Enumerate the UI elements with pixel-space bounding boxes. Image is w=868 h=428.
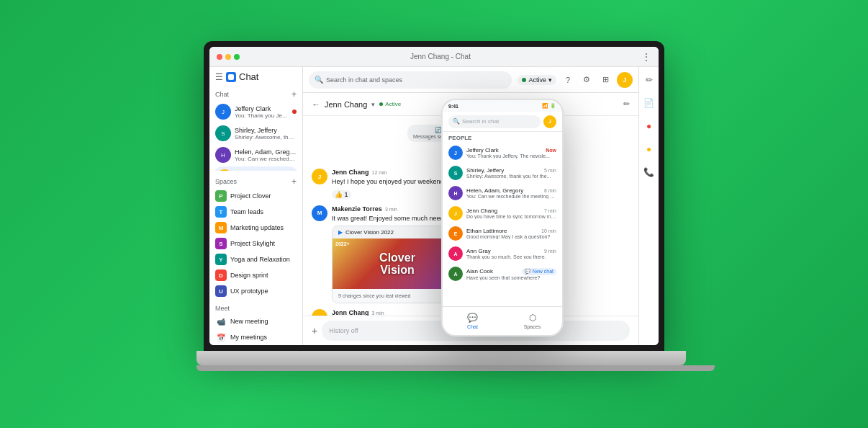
phone-nav-spaces[interactable]: ⬡ Spaces	[502, 313, 562, 329]
chat-list: J Jeffery Clark You: Thank you Jeffery. …	[209, 101, 302, 171]
space-name-design-sprint: Design sprint	[230, 272, 268, 279]
phone-user-avatar[interactable]: J	[543, 115, 556, 128]
settings-button[interactable]: ⚙	[579, 73, 594, 87]
phone-nav-chat[interactable]: 💬 Chat	[443, 313, 502, 329]
phone-chat-ethan[interactable]: E Ethan Lattimore 10 min Good morning! M…	[443, 223, 562, 244]
phone-chat-helen-time: 8 min	[544, 188, 556, 193]
phone-bottom-nav: 💬 Chat ⬡ Spaces	[443, 306, 562, 335]
msg-sender-makenzie: Makenzie Torres	[332, 205, 382, 213]
meet-my-meetings[interactable]: 📅 My meetings	[209, 329, 302, 345]
msg-time-jenn-2: 3 min	[372, 311, 384, 316]
avatar-jenn: J	[217, 169, 232, 171]
user-avatar-top[interactable]: J	[617, 72, 633, 88]
meet-panel-button[interactable]: ●	[642, 119, 656, 133]
phone-chat-nav-label: Chat	[467, 324, 478, 329]
phone-chat-ann-row: Ann Gray 9 min	[466, 248, 556, 254]
phone-chat-shirley-preview: Shirley: Awesome, thank you for the...	[466, 174, 556, 179]
conv-active-dot	[379, 102, 383, 106]
apps-button[interactable]: ⊞	[598, 73, 612, 87]
phone-chat-nav-icon: 💬	[467, 313, 478, 323]
phone-chat-alan-content: Alan Cook 💬 New chat Have you seen that …	[466, 268, 556, 280]
phone-time: 9:41	[448, 104, 458, 109]
spaces-add-button[interactable]: +	[291, 177, 297, 187]
msg-avatar-jenn-2: J	[312, 309, 327, 316]
phone-chat-helen-row: Helen, Adam, Gregory 8 min	[466, 187, 556, 194]
traffic-light-maximize[interactable]	[234, 54, 240, 60]
back-button[interactable]: ←	[312, 99, 320, 110]
phone-search-box[interactable]: 🔍 Search in chat	[448, 115, 541, 128]
chat-item-jenn[interactable]: J Jenn Chang Do you have time to sync to…	[212, 166, 299, 171]
phone-chat-alan[interactable]: A Alan Cook 💬 New chat Have you seen tha…	[443, 264, 562, 284]
phone-chat-shirley-time: 5 min	[544, 168, 556, 173]
new-meeting-label: New meeting	[230, 318, 268, 325]
chat-item-helen-name: Helen, Adam, Gregory	[235, 148, 297, 156]
chat-item-shirley[interactable]: S Shirley, Jeffery Shirley: Awesome, tha…	[209, 122, 302, 144]
space-icon-team-leads: T	[215, 206, 227, 218]
space-design-sprint[interactable]: D Design sprint	[209, 267, 302, 283]
help-button[interactable]: ?	[561, 73, 575, 87]
chat-item-helen[interactable]: H Helen, Adam, Gregory You: Can we resch…	[209, 144, 302, 166]
unread-indicator-jeffery	[292, 110, 297, 114]
phone-chat-jenn[interactable]: J Jenn Chang 7 min Do you have time to s…	[443, 203, 562, 223]
docs-panel-button[interactable]: 📄	[642, 96, 656, 110]
phone-chat-ann[interactable]: A Ann Gray 9 min Thank you so much. See …	[443, 244, 562, 264]
space-ux-prototype[interactable]: U UX prototype	[209, 283, 302, 299]
msg-time-jenn-1: 12 min	[372, 170, 387, 175]
phone-chat-helen[interactable]: H Helen, Adam, Gregory 8 min You: Can we…	[443, 183, 562, 203]
chat-add-button[interactable]: +	[291, 89, 297, 99]
my-meetings-label: My meetings	[230, 334, 267, 341]
phone-search-icon: 🔍	[453, 118, 460, 125]
phone-chat-helen-name: Helen, Adam, Gregory	[466, 187, 523, 194]
active-status-badge[interactable]: Active ▾	[517, 75, 556, 85]
traffic-light-close[interactable]	[217, 54, 222, 60]
traffic-light-minimize[interactable]	[225, 54, 231, 60]
space-project-clover[interactable]: P Project Clover	[209, 188, 302, 204]
phone-chat-shirley-row: Shirley, Jeffery 5 min	[466, 167, 556, 174]
active-dot	[522, 78, 526, 82]
phone-chat-alan-preview: Have you seen that somewhere?	[466, 275, 556, 280]
laptop-foot	[196, 365, 715, 371]
msg-reaction-jenn-1[interactable]: 👍 1	[332, 190, 351, 199]
search-box[interactable]: 🔍 Search in chat and spaces	[309, 71, 512, 89]
space-skylight[interactable]: S Project Skylight	[209, 236, 302, 251]
drive-panel-button[interactable]: ●	[642, 142, 656, 156]
avatar-helen: H	[215, 147, 231, 163]
input-placeholder: History off	[329, 327, 358, 334]
phone-chat-ethan-content: Ethan Lattimore 10 min Good morning! May…	[466, 228, 556, 239]
phone-chat-ethan-time: 10 min	[541, 228, 556, 233]
add-attachment-button[interactable]: +	[312, 325, 317, 336]
meet-section: Meet 📹 New meeting 📅 My meetings	[209, 302, 302, 345]
space-yoga[interactable]: Y Yoga and Relaxation	[209, 251, 302, 267]
phone-status-bar: 9:41 📶🔋	[443, 100, 562, 112]
spaces-section-header: Spaces +	[209, 174, 302, 188]
avatar-shirley: S	[215, 125, 231, 141]
edit-panel-button[interactable]: ✏	[642, 73, 656, 87]
chat-item-jenn-name: Jenn Chang	[236, 171, 295, 171]
search-input[interactable]: Search in chat and spaces	[326, 76, 506, 84]
space-team-leads[interactable]: T Team leads	[209, 204, 302, 220]
phone-chat-jeffery-row: Jeffery Clark Now	[466, 147, 556, 153]
phone-chat-ann-content: Ann Gray 9 min Thank you so much. See yo…	[466, 248, 556, 259]
space-name-marketing: Marketing updates	[230, 224, 284, 231]
phone-chat-shirley[interactable]: S Shirley, Jeffery 5 min Shirley: Awesom…	[443, 163, 562, 183]
space-icon-skylight: S	[215, 238, 227, 249]
conversation-actions: ✏	[623, 99, 630, 109]
phone-spaces-nav-icon: ⬡	[529, 313, 536, 323]
chat-item-jeffery[interactable]: J Jeffery Clark You: Thank you Jeffery. …	[209, 101, 302, 122]
phone-chat-jenn-time: 7 min	[544, 208, 556, 213]
phone-panel-button[interactable]: 📞	[642, 165, 656, 179]
conversation-dropdown[interactable]: ▾	[371, 101, 375, 108]
phone-chat-jeffery[interactable]: J Jeffery Clark Now You: Thank you Jeffe…	[443, 143, 562, 163]
right-panel: ✏ 📄 ● ● 📞	[638, 67, 659, 345]
phone-search-placeholder: Search in chat	[462, 118, 499, 125]
window-menu-button[interactable]: ⋮	[641, 51, 651, 63]
active-dropdown-icon: ▾	[548, 76, 552, 84]
chat-section-label: Chat	[215, 91, 229, 98]
edit-action-button[interactable]: ✏	[623, 99, 630, 109]
phone-status-icons: 📶🔋	[542, 103, 556, 109]
meet-new-meeting[interactable]: 📹 New meeting	[209, 313, 302, 329]
phone-chat-jeffery-time: Now	[546, 148, 556, 153]
spaces-section: Spaces + P Project Clover T Team leads	[209, 174, 302, 299]
space-marketing[interactable]: M Marketing updates	[209, 220, 302, 236]
hamburger-icon[interactable]: ☰	[215, 72, 223, 82]
